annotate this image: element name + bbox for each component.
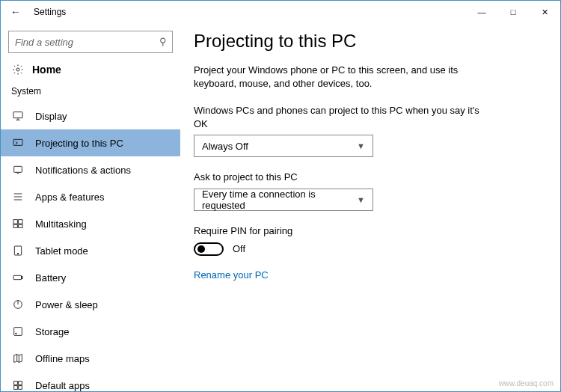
pin-toggle-row: Off [194,242,538,256]
nav-label: Multitasking [35,218,87,230]
multitask-icon [11,218,25,230]
nav-label: Battery [35,272,66,284]
page-description: Project your Windows phone or PC to this… [194,64,493,91]
toggle-knob [197,245,205,253]
toggle-state: Off [233,243,245,254]
select-value: Always Off [202,141,248,152]
battery-icon [11,272,25,284]
svg-rect-6 [13,224,17,227]
nav-notifications[interactable]: Notifications & actions [1,156,180,183]
search-wrap: ⚲ [8,31,173,53]
power-icon [11,298,25,310]
search-input[interactable] [8,31,173,53]
nav-label: Projecting to this PC [35,138,123,149]
svg-point-14 [16,333,16,334]
back-button[interactable]: ← [7,6,25,18]
rename-pc-link[interactable]: Rename your PC [194,269,538,281]
content: Projecting to this PC Project your Windo… [180,23,560,391]
nav-battery[interactable]: Battery [1,264,180,291]
notification-icon [11,164,25,176]
ask-to-project-select[interactable]: Every time a connection is requested ▼ [194,189,373,211]
svg-rect-16 [19,382,22,385]
nav-display[interactable]: Display [1,102,180,129]
field1-label: Windows PCs and phones can project to th… [194,104,493,130]
nav-label: Storage [35,326,70,337]
close-button[interactable]: ✕ [529,1,560,23]
nav-offline-maps[interactable]: Offline maps [1,345,180,372]
svg-point-9 [17,253,18,254]
svg-rect-10 [13,275,22,279]
nav-label: Apps & features [35,192,105,203]
svg-rect-2 [13,139,22,145]
watermark: www.deuaq.com [499,379,554,388]
storage-icon [11,325,25,337]
maximize-button[interactable]: □ [497,1,529,23]
field3-label: Require PIN for pairing [194,224,493,238]
svg-rect-4 [13,220,17,224]
svg-rect-1 [13,112,22,118]
sidebar: ⚲ Home System Display Projecting to this… [1,23,180,391]
minimize-button[interactable]: — [466,1,497,23]
nav-apps-features[interactable]: Apps & features [1,183,180,210]
svg-rect-7 [19,224,22,227]
svg-rect-18 [19,386,22,390]
window-controls: — □ ✕ [466,1,560,23]
tablet-icon [11,245,25,257]
svg-point-0 [16,68,19,71]
body: ⚲ Home System Display Projecting to this… [1,23,560,391]
gear-icon [11,64,25,76]
nav-storage[interactable]: Storage [1,318,180,345]
svg-rect-3 [14,166,22,172]
search-icon: ⚲ [159,36,167,47]
svg-rect-15 [14,382,18,385]
project-icon [11,137,25,149]
svg-rect-11 [22,277,22,279]
map-icon [11,352,25,364]
field2-label: Ask to project to this PC [194,171,493,184]
pin-toggle[interactable] [194,242,224,256]
nav-label: Tablet mode [35,245,88,257]
nav-multitasking[interactable]: Multitasking [1,210,180,237]
nav-projecting[interactable]: Projecting to this PC [1,129,180,156]
nav-label: Offline maps [35,353,90,364]
settings-window: ← Settings — □ ✕ ⚲ Home System [0,0,561,392]
window-title: Settings [34,7,66,17]
monitor-icon [11,110,25,122]
svg-rect-5 [19,220,22,224]
chevron-down-icon: ▼ [357,141,365,150]
nav-label: Power & sleep [35,299,98,310]
nav-default-apps[interactable]: Default apps [1,372,180,391]
svg-rect-13 [14,328,22,336]
home-link[interactable]: Home [1,64,180,82]
svg-rect-17 [14,386,18,390]
page-title: Projecting to this PC [194,31,538,52]
select-value: Every time a connection is requested [202,189,357,211]
project-availability-select[interactable]: Always Off ▼ [194,135,373,157]
nav-label: Display [35,111,67,122]
nav-tablet-mode[interactable]: Tablet mode [1,237,180,264]
default-apps-icon [11,379,25,391]
nav-label: Default apps [35,380,90,391]
nav-label: Notifications & actions [35,165,131,176]
section-label: System [1,82,180,102]
home-label: Home [32,64,61,76]
nav-list: Display Projecting to this PC Notificati… [1,102,180,391]
titlebar: ← Settings — □ ✕ [1,1,560,23]
nav-power-sleep[interactable]: Power & sleep [1,291,180,318]
chevron-down-icon: ▼ [357,195,365,204]
list-icon [11,191,25,203]
